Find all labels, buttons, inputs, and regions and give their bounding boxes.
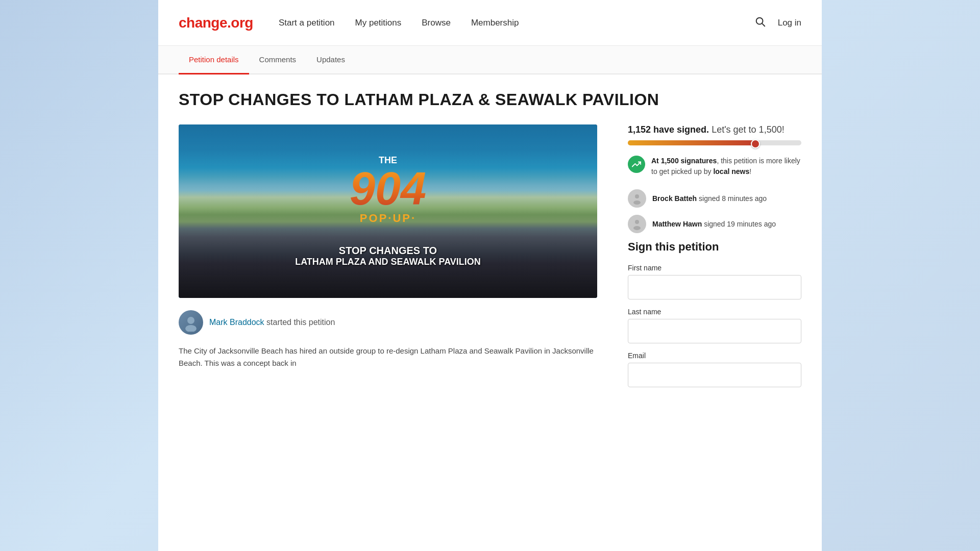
count-number: 1,152 bbox=[628, 124, 651, 135]
tab-petition-details[interactable]: Petition details bbox=[179, 46, 249, 74]
form-group-email: Email bbox=[628, 352, 801, 387]
signer-name-0: Brock Batteh bbox=[652, 194, 697, 203]
signer-row-0: Brock Batteh signed 8 minutes ago bbox=[628, 189, 801, 208]
last-name-label: Last name bbox=[628, 308, 801, 316]
sub-nav: Petition details Comments Updates bbox=[158, 46, 822, 74]
petitioner-info: Mark Braddock started this petition bbox=[209, 318, 335, 327]
nav-start-petition[interactable]: Start a petition bbox=[279, 18, 335, 28]
image-bottom-text: STOP CHANGES TO LATHAM PLAZA AND SEAWALK… bbox=[200, 245, 576, 267]
signer-avatar-icon-1 bbox=[631, 218, 643, 230]
progress-fill bbox=[628, 140, 760, 145]
signer-name-1: Matthew Hawn bbox=[652, 220, 702, 228]
trending-icon bbox=[628, 156, 645, 173]
svg-line-1 bbox=[762, 23, 765, 26]
signer-info-0: Brock Batteh signed 8 minutes ago bbox=[652, 194, 767, 203]
milestone-end: ! bbox=[749, 167, 751, 176]
svg-point-4 bbox=[635, 194, 639, 198]
svg-point-7 bbox=[633, 226, 641, 230]
header-right: Log in bbox=[752, 14, 801, 32]
petition-title: STOP CHANGES TO LATHAM PLAZA & SEAWALK P… bbox=[179, 90, 801, 109]
nav-my-petitions[interactable]: My petitions bbox=[355, 18, 402, 28]
last-name-input[interactable] bbox=[628, 319, 801, 343]
form-group-first-name: First name bbox=[628, 264, 801, 299]
nav-membership[interactable]: Membership bbox=[471, 18, 519, 28]
left-column: THE 904 POP·UP· STOP CHANGES TO LATHAM P… bbox=[179, 124, 597, 369]
svg-point-2 bbox=[187, 317, 194, 324]
signer-avatar-1 bbox=[628, 215, 646, 233]
email-label: Email bbox=[628, 352, 801, 360]
search-button[interactable] bbox=[752, 14, 768, 32]
progress-bar bbox=[628, 140, 801, 145]
signer-avatar-icon-0 bbox=[631, 192, 643, 205]
signatures-count: 1,152 have signed. Let's get to 1,500! bbox=[628, 124, 801, 135]
signer-avatar-0 bbox=[628, 189, 646, 208]
main-nav: Start a petition My petitions Browse Mem… bbox=[279, 18, 752, 28]
first-name-label: First name bbox=[628, 264, 801, 272]
first-name-input[interactable] bbox=[628, 275, 801, 299]
nav-browse[interactable]: Browse bbox=[422, 18, 451, 28]
milestone-text: At 1,500 signatures, this petition is mo… bbox=[651, 156, 801, 177]
tab-updates[interactable]: Updates bbox=[306, 46, 355, 74]
goal-label: Let's get to 1,500! bbox=[712, 124, 785, 135]
avatar-icon bbox=[182, 313, 200, 332]
content-layout: THE 904 POP·UP· STOP CHANGES TO LATHAM P… bbox=[179, 124, 801, 395]
svg-point-5 bbox=[633, 201, 641, 205]
petition-image: THE 904 POP·UP· STOP CHANGES TO LATHAM P… bbox=[179, 124, 597, 298]
signer-action-text-1: signed bbox=[704, 220, 725, 228]
image-overlay-text: THE 904 POP·UP· bbox=[350, 155, 426, 225]
signer-time-text-1: 19 minutes ago bbox=[727, 220, 776, 228]
signer-row-1: Matthew Hawn signed 19 minutes ago bbox=[628, 215, 801, 233]
overlay-line1: STOP CHANGES TO bbox=[200, 245, 576, 257]
logo[interactable]: change.org bbox=[179, 15, 253, 31]
email-input[interactable] bbox=[628, 363, 801, 387]
search-icon bbox=[754, 16, 766, 27]
overlay-line2: LATHAM PLAZA AND SEAWALK PAVILION bbox=[200, 257, 576, 267]
petitioner-row: Mark Braddock started this petition bbox=[179, 310, 597, 335]
milestone-highlight: local news bbox=[713, 167, 749, 176]
form-group-last-name: Last name bbox=[628, 308, 801, 343]
svg-point-3 bbox=[185, 325, 197, 332]
site-header: change.org Start a petition My petitions… bbox=[158, 0, 822, 46]
right-column: 1,152 have signed. Let's get to 1,500! bbox=[628, 124, 801, 395]
sign-form-title: Sign this petition bbox=[628, 240, 801, 254]
signed-label: have signed. bbox=[653, 124, 709, 135]
number-label: 904 bbox=[350, 163, 426, 214]
petitioner-action: started this petition bbox=[266, 318, 335, 327]
tab-comments[interactable]: Comments bbox=[249, 46, 307, 74]
svg-point-6 bbox=[635, 220, 639, 224]
avatar bbox=[179, 310, 203, 335]
milestone-box: At 1,500 signatures, this petition is mo… bbox=[628, 156, 801, 177]
signer-action-text-0: signed bbox=[699, 194, 720, 203]
petitioner-name-link[interactable]: Mark Braddock bbox=[209, 318, 264, 327]
popup-label: POP·UP· bbox=[350, 212, 426, 225]
petition-description: The City of Jacksonville Beach has hired… bbox=[179, 345, 597, 369]
login-button[interactable]: Log in bbox=[778, 18, 801, 28]
milestone-strong: At 1,500 signatures bbox=[651, 157, 717, 165]
signer-time-text-0: 8 minutes ago bbox=[722, 194, 767, 203]
main-content: STOP CHANGES TO LATHAM PLAZA & SEAWALK P… bbox=[158, 74, 822, 411]
signer-info-1: Matthew Hawn signed 19 minutes ago bbox=[652, 220, 776, 228]
